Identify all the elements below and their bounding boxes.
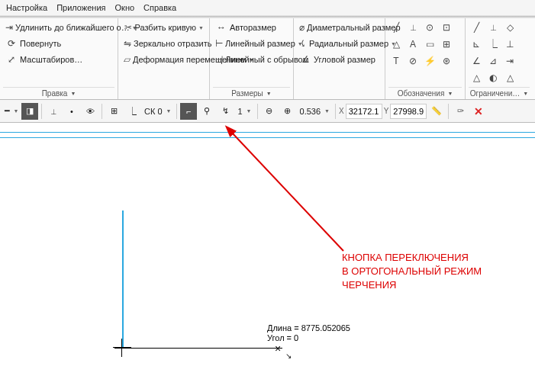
split-curve-button[interactable]: ✂ Разбить кривую ▼ bbox=[121, 20, 206, 35]
lineardim-icon: ⊢ bbox=[215, 37, 223, 50]
rotate-icon: ⟳ bbox=[5, 37, 18, 50]
con-icon[interactable]: △ bbox=[502, 70, 517, 85]
ribbon: ⇥ Удлинить до ближайшего о… ▼ ⟳ Повернут… bbox=[0, 18, 535, 100]
axis-tick bbox=[113, 347, 131, 348]
grid-button[interactable]: ⊞ bbox=[105, 103, 122, 120]
label: Авторазмер bbox=[230, 23, 276, 32]
label: Зеркально отразить bbox=[134, 39, 211, 48]
con-icon[interactable]: ◐ bbox=[485, 70, 501, 85]
ortho-mode-button[interactable]: ⌐ bbox=[180, 103, 197, 120]
y-input[interactable] bbox=[390, 104, 427, 119]
angular-icon: ∠ bbox=[299, 53, 311, 66]
sym-icon[interactable]: ⊘ bbox=[405, 53, 421, 69]
drawing-canvas[interactable]: × ↘ Длина = 8775.052065 Угол = 0 КНОПКА … bbox=[0, 123, 535, 385]
panel-title[interactable]: Размеры▼ bbox=[213, 87, 290, 99]
con-icon[interactable]: ⎿ bbox=[485, 37, 501, 52]
sym-icon[interactable]: ⊡ bbox=[439, 20, 454, 35]
label: Разбить кривую bbox=[134, 23, 196, 32]
cursor-cross-icon: × bbox=[275, 342, 281, 355]
label: Линейный размер bbox=[225, 39, 295, 48]
scale-button[interactable]: ⤢ Масштабиров… bbox=[3, 52, 114, 67]
panel-edit-right: ✂ Разбить кривую ▼ ⇋ Зеркально отразить … bbox=[118, 18, 210, 99]
eyedropper-button[interactable]: ✑ bbox=[452, 103, 469, 120]
measure-button[interactable]: 📏 bbox=[428, 103, 445, 120]
mirror-button[interactable]: ⇋ Зеркально отразить bbox=[121, 36, 206, 51]
con-icon[interactable]: △ bbox=[469, 70, 484, 85]
zoom-out-button[interactable]: ⊖ bbox=[261, 103, 278, 120]
eraser-button[interactable]: ◨ bbox=[21, 103, 38, 120]
guide-line bbox=[0, 132, 535, 133]
linestyle-dropdown[interactable]: ━ bbox=[3, 103, 20, 120]
panel-title[interactable]: Обозначения▼ bbox=[388, 87, 462, 99]
sym-icon[interactable]: ⊙ bbox=[422, 20, 437, 35]
guide-line bbox=[0, 137, 535, 138]
extend-button[interactable]: ⇥ Удлинить до ближайшего о… ▼ bbox=[3, 20, 114, 35]
autodim-icon: ↔ bbox=[215, 21, 227, 34]
close-button[interactable]: ✕ bbox=[470, 103, 487, 120]
split-icon: ✂ bbox=[124, 21, 132, 34]
radial-dim-button[interactable]: ⤹ Радиальный размер ▼ bbox=[297, 36, 382, 51]
sym-icon[interactable]: ⚡ bbox=[422, 53, 437, 69]
menu-item[interactable]: Приложения bbox=[56, 3, 105, 12]
y-label: Y bbox=[384, 107, 389, 115]
drawn-line-horizontal bbox=[114, 348, 282, 349]
con-icon[interactable]: ⟂ bbox=[485, 20, 501, 35]
linear-break-button[interactable]: ⊣ Линейный с обрывом bbox=[213, 52, 290, 67]
diameter-icon: ⌀ bbox=[299, 21, 305, 34]
step-dropdown[interactable]: 1 bbox=[235, 107, 253, 116]
point-snap-button[interactable]: • bbox=[63, 103, 80, 120]
sym-icon[interactable]: A bbox=[405, 37, 421, 52]
track-button[interactable]: ↯ bbox=[217, 103, 234, 120]
cursor-arrow-icon: ↘ bbox=[285, 352, 292, 360]
extend-icon: ⇥ bbox=[5, 21, 13, 34]
sym-icon[interactable]: T bbox=[388, 53, 404, 69]
deform-button[interactable]: ▱ Деформация перемещением ▼ bbox=[121, 52, 206, 67]
sym-icon[interactable]: ⊛ bbox=[439, 53, 454, 69]
menu-item[interactable]: Окно bbox=[115, 3, 135, 12]
con-icon[interactable]: ◇ bbox=[502, 20, 517, 35]
diameter-dim-button[interactable]: ⌀ Диаметральный размер bbox=[297, 20, 382, 35]
sym-icon[interactable]: ⟂ bbox=[405, 20, 421, 35]
svg-line-0 bbox=[231, 132, 343, 251]
label: Угловой размер bbox=[314, 55, 375, 64]
x-input[interactable] bbox=[346, 104, 382, 119]
drawn-line-vertical bbox=[122, 210, 124, 348]
con-icon[interactable]: ⊾ bbox=[469, 37, 484, 52]
sym-icon[interactable]: ⊞ bbox=[439, 37, 454, 52]
con-icon[interactable]: ⇥ bbox=[502, 53, 517, 69]
panel-title[interactable]: Правка▼ bbox=[3, 87, 114, 99]
ucs-button[interactable]: ⎿ bbox=[124, 103, 140, 120]
label: Масштабиров… bbox=[20, 55, 82, 64]
menu-bar: Настройка Приложения Окно Справка bbox=[0, 0, 535, 16]
toolbar: ━ ◨ ⟂ • 👁 ⊞ ⎿ СК 0 ⌐ ⚲ ↯ 1 ⊖ ⊕ 0.536 X Y… bbox=[0, 100, 535, 123]
annotation-text: КНОПКА ПЕРЕКЛЮЧЕНИЯ В ОРТОГОНАЛЬНЫЙ РЕЖИ… bbox=[342, 251, 482, 293]
scale-icon: ⤢ bbox=[5, 53, 18, 66]
axis-tick bbox=[121, 339, 122, 357]
radial-icon: ⤹ bbox=[299, 37, 307, 50]
zoom-value[interactable]: 0.536 bbox=[298, 107, 332, 116]
sym-icon[interactable]: ▭ bbox=[422, 37, 437, 52]
snap-button[interactable]: ⚲ bbox=[198, 103, 215, 120]
panel-dim-left: ↔ Авторазмер ⊢ Линейный размер ▼ ⊣ Линей… bbox=[210, 18, 294, 99]
sym-icon[interactable]: ╱ bbox=[388, 20, 404, 35]
linear-dim-button[interactable]: ⊢ Линейный размер ▼ bbox=[213, 36, 290, 51]
eye-button[interactable]: 👁 bbox=[82, 103, 98, 120]
label: Повернуть bbox=[20, 39, 61, 48]
con-icon[interactable]: ╱ bbox=[469, 20, 484, 35]
zoom-in-button[interactable]: ⊕ bbox=[279, 103, 296, 120]
auto-dim-button[interactable]: ↔ Авторазмер bbox=[213, 20, 290, 35]
rotate-button[interactable]: ⟳ Повернуть bbox=[3, 36, 114, 51]
menu-item[interactable]: Справка bbox=[143, 3, 176, 12]
con-icon[interactable]: ∠ bbox=[469, 53, 484, 69]
x-label: X bbox=[339, 107, 344, 115]
coord-system-dropdown[interactable]: СК 0 bbox=[142, 107, 173, 116]
con-icon[interactable]: ⊿ bbox=[485, 53, 501, 69]
panel-constraints: ╱ ⟂ ◇ ⊾ ⎿ ⊥ ∠ ⊿ ⇥ △ ◐ △ Ограничени…▼ bbox=[466, 18, 533, 99]
sym-icon[interactable]: △ bbox=[388, 37, 404, 52]
panel-title[interactable]: Ограничени…▼ bbox=[469, 87, 530, 99]
menu-item[interactable]: Настройка bbox=[6, 3, 47, 12]
con-icon[interactable]: ⊥ bbox=[502, 37, 517, 52]
angular-dim-button[interactable]: ∠ Угловой размер bbox=[297, 52, 382, 67]
perp-snap-button[interactable]: ⟂ bbox=[45, 103, 62, 120]
panel-edit-left: ⇥ Удлинить до ближайшего о… ▼ ⟳ Повернут… bbox=[0, 18, 118, 99]
